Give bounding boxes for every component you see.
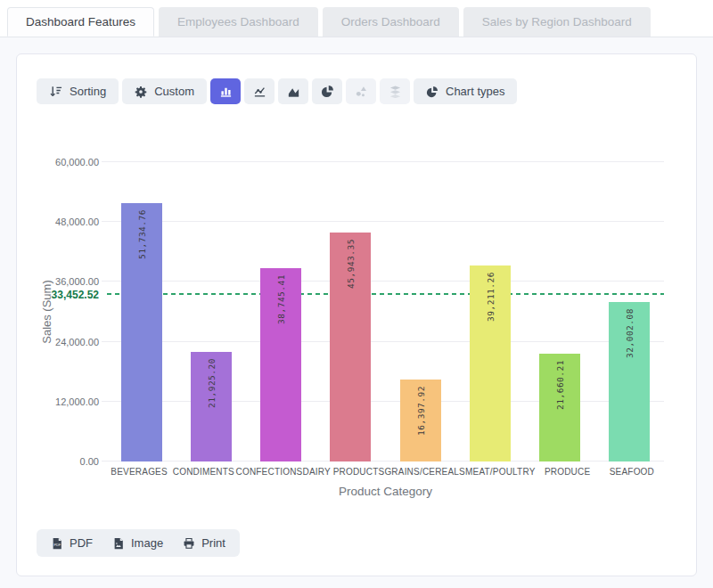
- area-chart-type-button[interactable]: [278, 78, 308, 104]
- bar-cell: 16,397.92: [386, 162, 455, 461]
- export-image-button[interactable]: Image: [104, 532, 171, 554]
- printer-icon: [183, 537, 195, 550]
- x-axis-category-label: MEAT/POULTRY: [465, 467, 536, 477]
- y-tick-label: 0.00: [80, 456, 99, 467]
- chart-types-button-label: Chart types: [446, 85, 504, 98]
- x-axis-category-label: BEVERAGES: [107, 467, 171, 477]
- y-tick-label: 36,000.00: [55, 276, 99, 287]
- x-labels: BEVERAGESCONDIMENTSCONFECTIONSDAIRY PROD…: [107, 467, 664, 477]
- x-axis-category-label: CONFECTIONS: [235, 467, 302, 477]
- bar-value-label: 32,002.08: [624, 308, 634, 358]
- bar-value-label: 51,734.76: [137, 209, 147, 259]
- export-print-button[interactable]: Print: [175, 532, 234, 554]
- bar-seafood[interactable]: 32,002.08: [609, 302, 650, 461]
- export-image-label: Image: [131, 536, 163, 550]
- bar-confections[interactable]: 38,745.41: [260, 268, 301, 461]
- pdf-file-icon: PDF: [51, 537, 63, 550]
- bar-beverages[interactable]: 51,734.76: [121, 203, 162, 461]
- bar-condiments[interactable]: 21,925.20: [191, 352, 232, 461]
- column-chart-icon: [219, 85, 233, 98]
- tab-employees-dashboard[interactable]: Employees Dashboard: [159, 7, 318, 37]
- export-toolbar: PDF PDF Image: [37, 529, 240, 557]
- bar-value-label: 39,211.26: [485, 272, 495, 322]
- tab-sales-by-region-dashboard[interactable]: Sales by Region Dashboard: [463, 7, 651, 37]
- bar-cell: 39,211.26: [455, 162, 525, 461]
- bar-cell: 38,745.41: [246, 162, 316, 461]
- bar-value-label: 38,745.41: [276, 274, 286, 324]
- bar-cell: 32,002.08: [594, 162, 664, 461]
- bar-chart: Sales (Sum) 33,452.52 51,734.7621,925.20…: [107, 162, 664, 498]
- pie-chart-icon: [321, 85, 334, 98]
- bar-value-label: 45,943.35: [346, 239, 356, 289]
- area-chart-icon: [287, 85, 300, 98]
- bar-produce[interactable]: 21,660.21: [539, 354, 580, 461]
- x-axis-category-label: GRAINS/CEREALS: [384, 467, 465, 477]
- tab-bar: Dashboard Features Employees Dashboard O…: [0, 0, 713, 37]
- sort-icon: [49, 85, 62, 98]
- tab-dashboard-features[interactable]: Dashboard Features: [7, 7, 154, 37]
- svg-text:PDF: PDF: [53, 543, 61, 547]
- gear-icon: [135, 86, 147, 98]
- bar-meat-poultry[interactable]: 39,211.26: [470, 265, 511, 461]
- bar-value-label: 21,660.21: [554, 360, 564, 410]
- x-axis-category-label: CONDIMENTS: [171, 467, 235, 477]
- column-chart-type-button[interactable]: [210, 78, 241, 104]
- custom-button[interactable]: Custom: [122, 78, 207, 104]
- export-pdf-label: PDF: [70, 536, 93, 550]
- x-axis-category-label: DAIRY PRODUCTS: [302, 467, 384, 477]
- y-tick-label: 24,000.00: [55, 337, 99, 347]
- y-tick-label: 60,000.00: [55, 157, 99, 167]
- y-tick-label: 48,000.00: [55, 216, 99, 227]
- chart-toolbar: Sorting Custom: [37, 78, 696, 104]
- scatter-chart-icon: [355, 85, 368, 98]
- bar-grains-cereals[interactable]: 16,397.92: [400, 380, 441, 461]
- line-chart-icon: [253, 85, 266, 98]
- x-axis-category-label: SEAFOOD: [600, 467, 664, 477]
- threshold-label: 33,452.52: [52, 289, 99, 301]
- bar-value-label: 21,925.20: [207, 358, 217, 408]
- scatter-chart-type-button[interactable]: [346, 78, 376, 104]
- bar-dairy-products[interactable]: 45,943.35: [330, 233, 371, 461]
- sorting-button[interactable]: Sorting: [37, 78, 119, 104]
- y-tick-label: 12,000.00: [55, 396, 99, 407]
- bar-value-label: 16,397.92: [415, 386, 425, 436]
- export-print-label: Print: [201, 536, 225, 550]
- plot-area: Sales (Sum) 33,452.52 51,734.7621,925.20…: [107, 162, 664, 461]
- page-background: Sorting Custom: [0, 37, 713, 588]
- pie-chart-icon: [426, 86, 438, 98]
- stacked-layers-icon: [389, 85, 402, 98]
- stacked-chart-type-button[interactable]: [380, 78, 410, 104]
- bar-cell: 51,734.76: [107, 162, 176, 461]
- bar-cell: 21,925.20: [176, 162, 246, 461]
- custom-button-label: Custom: [154, 85, 194, 98]
- line-chart-type-button[interactable]: [244, 78, 275, 104]
- sorting-button-label: Sorting: [70, 85, 106, 98]
- x-axis-title: Product Category: [107, 485, 664, 498]
- export-pdf-button[interactable]: PDF PDF: [43, 532, 101, 554]
- x-axis-category-label: PRODUCE: [536, 467, 600, 477]
- bar-cell: 45,943.35: [316, 162, 385, 461]
- tab-orders-dashboard[interactable]: Orders Dashboard: [323, 7, 459, 37]
- image-file-icon: [112, 537, 125, 550]
- pie-chart-type-button[interactable]: [312, 78, 342, 104]
- bar-cell: 21,660.21: [525, 162, 594, 461]
- bars-layer: 51,734.7621,925.2038,745.4145,943.3516,3…: [107, 162, 664, 461]
- dashboard-card: Sorting Custom: [16, 53, 697, 576]
- chart-types-button[interactable]: Chart types: [414, 78, 517, 104]
